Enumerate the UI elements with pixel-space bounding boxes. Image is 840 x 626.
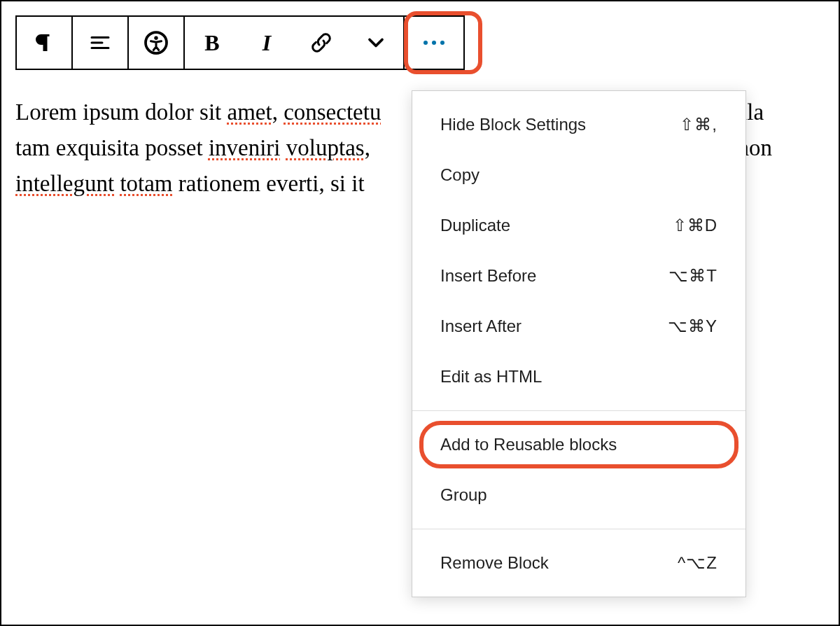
align-left-icon [88,30,113,55]
menu-edit-as-html[interactable]: Edit as HTML [412,352,746,402]
spelling-error: inveniri [209,135,281,160]
paragraph-block-button[interactable] [17,17,71,69]
more-options-button[interactable] [405,17,463,69]
spelling-error: voluptas [286,135,365,160]
menu-group[interactable]: Group [412,470,746,520]
text-fragment: , [365,135,370,160]
text-fragment: tam exquisita posset [15,135,209,160]
paragraph-icon [31,30,57,55]
menu-item-label: Remove Block [440,553,549,573]
menu-hide-block-settings[interactable]: Hide Block Settings ⇧⌘, [412,99,746,150]
bold-button[interactable]: B [185,17,239,69]
spelling-error: amet [227,99,272,125]
chevron-down-icon [363,30,388,55]
menu-add-to-reusable-blocks[interactable]: Add to Reusable blocks [412,419,746,470]
link-button[interactable] [294,17,349,69]
spelling-error: totam [120,171,172,196]
more-formatting-button[interactable] [349,17,403,69]
menu-item-shortcut: ⇧⌘, [680,115,718,134]
menu-item-label: Duplicate [440,216,510,235]
block-options-dropdown: Hide Block Settings ⇧⌘, Copy Duplicate ⇧… [412,90,746,597]
menu-item-shortcut: ^⌥Z [678,553,718,573]
menu-insert-before[interactable]: Insert Before ⌥⌘T [412,251,746,301]
italic-button[interactable]: I [239,17,294,69]
menu-item-label: Edit as HTML [440,367,542,387]
accessibility-icon [144,30,169,55]
text-fragment: Lorem ipsum dolor sit [15,99,227,125]
menu-item-shortcut: ⇧⌘D [673,216,718,235]
menu-insert-after[interactable]: Insert After ⌥⌘Y [412,301,746,352]
menu-duplicate[interactable]: Duplicate ⇧⌘D [412,200,746,251]
more-dots-icon [424,41,444,45]
accessibility-button[interactable] [129,17,183,69]
menu-item-label: Add to Reusable blocks [440,435,617,454]
spelling-error: consectetu [284,99,381,125]
menu-item-label: Insert Before [440,266,536,286]
menu-item-label: Hide Block Settings [440,115,586,134]
text-fragment: rationem everti, si it [173,171,365,196]
block-toolbar: B I [15,15,465,70]
text-fragment [281,135,286,160]
menu-item-label: Copy [440,165,479,185]
link-icon [309,30,334,55]
text-fragment: , [272,99,284,125]
svg-point-1 [154,36,158,40]
spelling-error: intellegunt [15,171,114,196]
menu-item-shortcut: ⌥⌘T [668,266,718,286]
align-button[interactable] [73,17,127,69]
menu-item-label: Insert After [440,317,522,336]
menu-item-label: Group [440,485,487,505]
menu-copy[interactable]: Copy [412,150,746,200]
menu-remove-block[interactable]: Remove Block ^⌥Z [412,538,746,588]
menu-item-shortcut: ⌥⌘Y [668,317,718,336]
